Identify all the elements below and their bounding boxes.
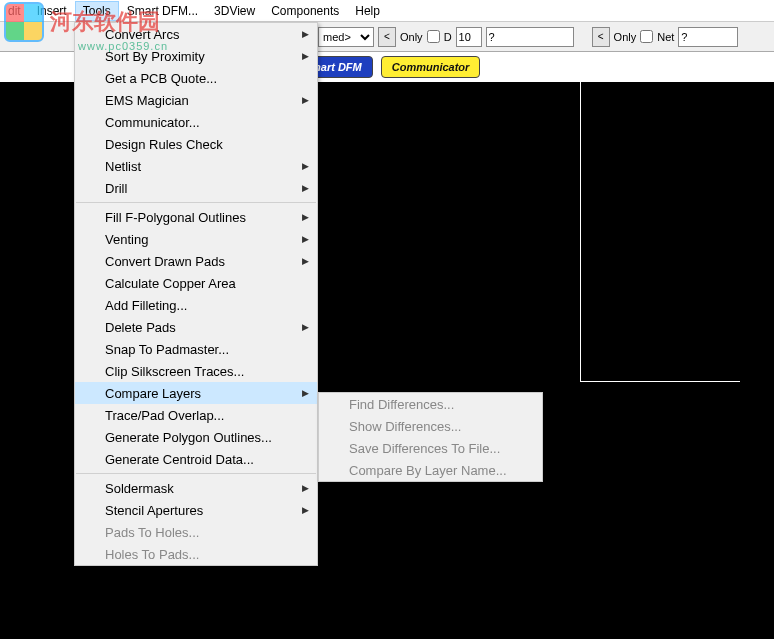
menu-3dview[interactable]: 3DView bbox=[206, 1, 263, 21]
menuitem-label: Pads To Holes... bbox=[105, 525, 199, 540]
submenuitem-compare-by-layer-name[interactable]: Compare By Layer Name... bbox=[319, 459, 542, 481]
menuitem-holes-to-pads: Holes To Pads... bbox=[75, 543, 317, 565]
menuitem-venting[interactable]: Venting▶ bbox=[75, 228, 317, 250]
submenuitem-show-differences[interactable]: Show Differences... bbox=[319, 415, 542, 437]
menu-dit[interactable]: dit bbox=[0, 1, 29, 21]
submenuitem-save-differences-to-file[interactable]: Save Differences To File... bbox=[319, 437, 542, 459]
only-checkbox-1[interactable] bbox=[427, 30, 440, 43]
menuitem-label: Stencil Apertures bbox=[105, 503, 203, 518]
menuitem-fill-f-polygonal-outlines[interactable]: Fill F-Polygonal Outlines▶ bbox=[75, 206, 317, 228]
only-label-2: Only bbox=[614, 31, 637, 43]
nav-left-icon[interactable]: < bbox=[378, 27, 396, 47]
submenu-arrow-icon: ▶ bbox=[302, 322, 309, 332]
only-label-1: Only bbox=[400, 31, 423, 43]
menu-insert[interactable]: Insert bbox=[29, 1, 75, 21]
menuitem-ems-magician[interactable]: EMS Magician▶ bbox=[75, 89, 317, 111]
d-value-input[interactable] bbox=[456, 27, 482, 47]
menuitem-label: Design Rules Check bbox=[105, 137, 223, 152]
menuitem-label: Communicator... bbox=[105, 115, 200, 130]
submenu-arrow-icon: ▶ bbox=[302, 51, 309, 61]
menuitem-label: Drill bbox=[105, 181, 127, 196]
menuitem-label: Holes To Pads... bbox=[105, 547, 199, 562]
communicator-button[interactable]: Communicator bbox=[381, 56, 481, 78]
menu-separator bbox=[76, 202, 316, 203]
menuitem-snap-to-padmaster[interactable]: Snap To Padmaster... bbox=[75, 338, 317, 360]
menuitem-calculate-copper-area[interactable]: Calculate Copper Area bbox=[75, 272, 317, 294]
menuitem-get-a-pcb-quote[interactable]: Get a PCB Quote... bbox=[75, 67, 317, 89]
submenu-arrow-icon: ▶ bbox=[302, 29, 309, 39]
menuitem-convert-arcs[interactable]: Convert Arcs▶ bbox=[75, 23, 317, 45]
menuitem-soldermask[interactable]: Soldermask▶ bbox=[75, 477, 317, 499]
menuitem-label: EMS Magician bbox=[105, 93, 189, 108]
menuitem-delete-pads[interactable]: Delete Pads▶ bbox=[75, 316, 317, 338]
menu-smartdfm[interactable]: Smart DFM... bbox=[119, 1, 206, 21]
menuitem-netlist[interactable]: Netlist▶ bbox=[75, 155, 317, 177]
net-label: Net bbox=[657, 31, 674, 43]
menuitem-label: Get a PCB Quote... bbox=[105, 71, 217, 86]
submenuitem-label: Find Differences... bbox=[349, 397, 454, 412]
menuitem-label: Compare Layers bbox=[105, 386, 201, 401]
submenuitem-label: Compare By Layer Name... bbox=[349, 463, 507, 478]
compare-layers-submenu: Find Differences...Show Differences...Sa… bbox=[318, 392, 543, 482]
d-label: D bbox=[444, 31, 452, 43]
submenu-arrow-icon: ▶ bbox=[302, 212, 309, 222]
menuitem-design-rules-check[interactable]: Design Rules Check bbox=[75, 133, 317, 155]
menuitem-label: Trace/Pad Overlap... bbox=[105, 408, 224, 423]
menuitem-label: Soldermask bbox=[105, 481, 174, 496]
menu-help[interactable]: Help bbox=[347, 1, 388, 21]
nav-left2-icon[interactable]: < bbox=[592, 27, 610, 47]
menuitem-compare-layers[interactable]: Compare Layers▶ bbox=[75, 382, 317, 404]
menuitem-label: Calculate Copper Area bbox=[105, 276, 236, 291]
menuitem-communicator[interactable]: Communicator... bbox=[75, 111, 317, 133]
menuitem-pads-to-holes: Pads To Holes... bbox=[75, 521, 317, 543]
menuitem-label: Generate Polygon Outlines... bbox=[105, 430, 272, 445]
menuitem-stencil-apertures[interactable]: Stencil Apertures▶ bbox=[75, 499, 317, 521]
menuitem-label: Delete Pads bbox=[105, 320, 176, 335]
submenu-arrow-icon: ▶ bbox=[302, 505, 309, 515]
menuitem-drill[interactable]: Drill▶ bbox=[75, 177, 317, 199]
menuitem-label: Snap To Padmaster... bbox=[105, 342, 229, 357]
q1-input[interactable] bbox=[486, 27, 574, 47]
submenuitem-label: Show Differences... bbox=[349, 419, 461, 434]
menuitem-sort-by-proximity[interactable]: Sort By Proximity▶ bbox=[75, 45, 317, 67]
menuitem-generate-polygon-outlines[interactable]: Generate Polygon Outlines... bbox=[75, 426, 317, 448]
menuitem-convert-drawn-pads[interactable]: Convert Drawn Pads▶ bbox=[75, 250, 317, 272]
canvas-outline bbox=[580, 82, 740, 382]
main-menubar: ditInsertToolsSmart DFM...3DViewComponen… bbox=[0, 0, 774, 22]
menuitem-label: Convert Drawn Pads bbox=[105, 254, 225, 269]
menuitem-label: Netlist bbox=[105, 159, 141, 174]
menuitem-label: Convert Arcs bbox=[105, 27, 179, 42]
menu-separator bbox=[76, 473, 316, 474]
menuitem-add-filleting[interactable]: Add Filleting... bbox=[75, 294, 317, 316]
combo-med[interactable]: med> bbox=[318, 27, 374, 47]
menuitem-label: Sort By Proximity bbox=[105, 49, 205, 64]
menuitem-label: Generate Centroid Data... bbox=[105, 452, 254, 467]
only-checkbox-2[interactable] bbox=[640, 30, 653, 43]
submenuitem-find-differences[interactable]: Find Differences... bbox=[319, 393, 542, 415]
tools-menu-dropdown: Convert Arcs▶Sort By Proximity▶Get a PCB… bbox=[74, 22, 318, 566]
submenu-arrow-icon: ▶ bbox=[302, 161, 309, 171]
menuitem-trace-pad-overlap[interactable]: Trace/Pad Overlap... bbox=[75, 404, 317, 426]
submenu-arrow-icon: ▶ bbox=[302, 234, 309, 244]
submenuitem-label: Save Differences To File... bbox=[349, 441, 500, 456]
menu-components[interactable]: Components bbox=[263, 1, 347, 21]
submenu-arrow-icon: ▶ bbox=[302, 388, 309, 398]
submenu-arrow-icon: ▶ bbox=[302, 95, 309, 105]
menuitem-label: Add Filleting... bbox=[105, 298, 187, 313]
menuitem-label: Fill F-Polygonal Outlines bbox=[105, 210, 246, 225]
menuitem-label: Clip Silkscreen Traces... bbox=[105, 364, 244, 379]
q2-input[interactable] bbox=[678, 27, 738, 47]
submenu-arrow-icon: ▶ bbox=[302, 256, 309, 266]
menuitem-label: Venting bbox=[105, 232, 148, 247]
menuitem-generate-centroid-data[interactable]: Generate Centroid Data... bbox=[75, 448, 317, 470]
menuitem-clip-silkscreen-traces[interactable]: Clip Silkscreen Traces... bbox=[75, 360, 317, 382]
submenu-arrow-icon: ▶ bbox=[302, 483, 309, 493]
menu-tools[interactable]: Tools bbox=[75, 1, 119, 21]
submenu-arrow-icon: ▶ bbox=[302, 183, 309, 193]
